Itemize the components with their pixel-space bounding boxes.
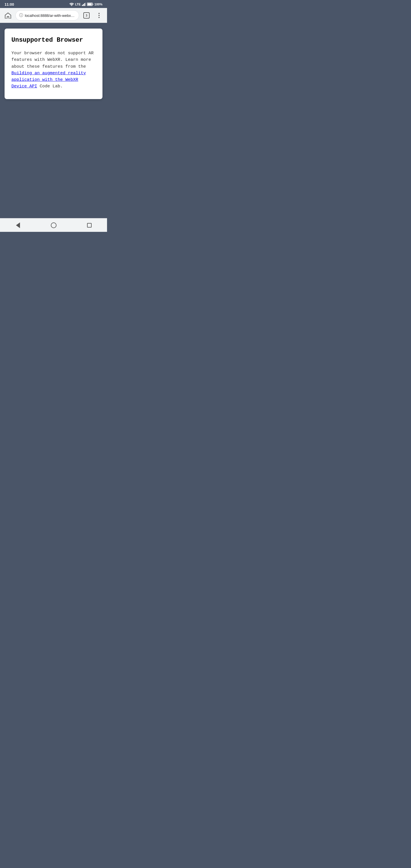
address-bar[interactable]: ⓘ localhost:8888/ar-with-webxr/step-0 xyxy=(15,10,79,21)
signal-icon xyxy=(82,3,86,6)
back-icon xyxy=(16,222,20,228)
body-text-before-link: Your browser does not support AR feature… xyxy=(11,51,94,69)
more-dot-2 xyxy=(98,15,100,16)
info-icon: ⓘ xyxy=(19,13,23,18)
url-text: localhost:8888/ar-with-webxr/step-0 xyxy=(25,13,75,18)
svg-rect-2 xyxy=(83,4,84,6)
unsupported-browser-card: Unsupported Browser Your browser does no… xyxy=(5,29,102,99)
wifi-icon xyxy=(69,3,74,6)
svg-rect-6 xyxy=(92,4,93,5)
home-icon xyxy=(5,12,11,19)
status-time: 11:00 xyxy=(5,2,14,6)
card-body: Your browser does not support AR feature… xyxy=(11,50,96,90)
bottom-nav xyxy=(0,218,107,232)
tabs-button[interactable]: 3 xyxy=(81,10,92,21)
card-title: Unsupported Browser xyxy=(11,36,96,44)
back-button[interactable] xyxy=(11,218,25,232)
battery-icon xyxy=(87,3,93,6)
page-content: Unsupported Browser Your browser does no… xyxy=(0,23,107,218)
home-nav-icon xyxy=(51,222,57,228)
svg-rect-1 xyxy=(82,5,83,6)
lte-label: LTE xyxy=(75,3,81,6)
home-button[interactable] xyxy=(3,10,13,21)
svg-rect-7 xyxy=(87,3,92,5)
status-icons: LTE 100% xyxy=(69,3,102,6)
status-bar: 11:00 LTE 100% xyxy=(0,0,107,8)
recents-button[interactable] xyxy=(83,218,96,232)
body-text-after-link: Code Lab. xyxy=(37,84,63,89)
svg-rect-4 xyxy=(85,3,86,6)
tabs-badge: 3 xyxy=(83,12,90,19)
tab-count: 3 xyxy=(86,14,87,17)
more-dot-1 xyxy=(98,13,100,14)
nav-bar: ⓘ localhost:8888/ar-with-webxr/step-0 3 xyxy=(0,8,107,23)
battery-label: 100% xyxy=(94,3,102,6)
more-dot-3 xyxy=(98,17,100,18)
svg-rect-3 xyxy=(84,3,85,6)
svg-point-0 xyxy=(71,5,72,6)
home-nav-button[interactable] xyxy=(47,218,61,232)
more-button[interactable] xyxy=(94,10,104,21)
recents-icon xyxy=(87,223,92,227)
